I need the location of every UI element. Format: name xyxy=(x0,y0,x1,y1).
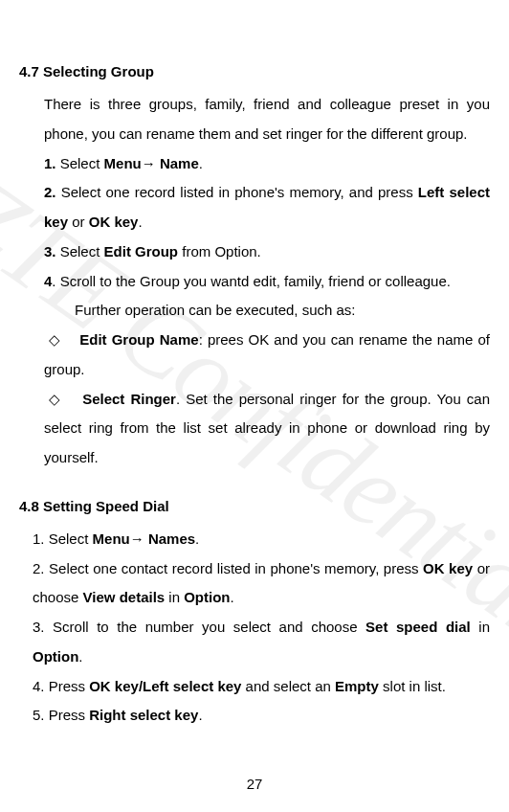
section-4-7-intro: There is three groups, family, friend an… xyxy=(44,90,490,149)
edit-group-name-label: Edit Group Name xyxy=(79,331,198,348)
step-number: 3. xyxy=(44,243,56,259)
text: . Scroll to the Group you wantd edit, fa… xyxy=(52,273,451,289)
text: in xyxy=(471,619,490,635)
sec47-bullet-1: ◇ Edit Group Name: prees OK and you can … xyxy=(44,326,490,385)
text: 2. Select one contact record listed in p… xyxy=(33,560,423,576)
sec47-step-4: 4. Scroll to the Group you wantd edit, f… xyxy=(44,267,490,297)
select-ringer-label: Select Ringer xyxy=(82,391,176,407)
text: from Option. xyxy=(178,243,261,259)
page-content: 4.7 Selecting Group There is three group… xyxy=(0,0,509,812)
text: . xyxy=(199,155,203,171)
section-4-8-heading: 4.8 Setting Speed Dial xyxy=(19,492,490,521)
sec48-step-3: 3. Scroll to the number you select and c… xyxy=(33,613,490,672)
sec47-step-1: 1. Select Menu→ Name. xyxy=(44,149,490,179)
sec47-step-4-cont: Further operation can be executed, such … xyxy=(75,296,490,326)
sec48-step-5: 5. Press Right select key. xyxy=(33,701,490,731)
text: . xyxy=(78,648,82,665)
menu-names-label: Menu→ Names xyxy=(93,530,196,547)
text: slot in list. xyxy=(379,678,446,694)
text: in xyxy=(165,589,184,605)
menu-name-label: Menu→ Name xyxy=(104,155,199,171)
page-number: 27 xyxy=(0,770,509,799)
right-select-key-label: Right select key xyxy=(89,707,198,723)
sec47-step-2: 2. Select one record listed in phone's m… xyxy=(44,178,490,237)
view-details-label: View details xyxy=(83,589,166,605)
diamond-icon: ◇ xyxy=(44,326,65,355)
section-4-7-heading: 4.7 Selecting Group xyxy=(19,57,490,86)
text: 1. Select xyxy=(33,530,93,547)
sec48-step-4: 4. Press OK key/Left select key and sele… xyxy=(33,672,490,702)
option-label: Option xyxy=(33,648,78,665)
sec47-bullet-2: ◇ Select Ringer. Set the personal ringer… xyxy=(44,385,490,473)
text: . xyxy=(138,214,142,230)
text: . xyxy=(198,707,202,723)
text: . xyxy=(231,589,234,605)
step-number: 1. xyxy=(44,155,56,171)
diamond-icon: ◇ xyxy=(44,385,65,415)
text: Select one record listed in phone's memo… xyxy=(56,184,418,200)
sec47-step-3: 3. Select Edit Group from Option. xyxy=(44,237,490,267)
ok-left-select-key-label: OK key/Left select key xyxy=(89,678,241,694)
text: Select xyxy=(56,155,104,171)
text: 3. Scroll to the number you select and c… xyxy=(33,619,365,635)
text: 4. Press xyxy=(33,678,89,694)
edit-group-label: Edit Group xyxy=(104,243,179,259)
text: or xyxy=(68,214,89,230)
sec48-step-1: 1. Select Menu→ Names. xyxy=(33,525,490,554)
sec48-step-2: 2. Select one contact record listed in p… xyxy=(33,554,490,614)
ok-key-label: OK key xyxy=(89,214,139,230)
option-label: Option xyxy=(184,589,230,605)
text: 5. Press xyxy=(33,707,89,723)
text: and select an xyxy=(241,678,335,694)
text: Select xyxy=(56,243,104,259)
set-speed-dial-label: Set speed dial xyxy=(365,619,471,635)
ok-key-label: OK key xyxy=(423,560,473,576)
step-number: 2. xyxy=(44,184,56,200)
empty-label: Empty xyxy=(335,678,379,694)
text: . xyxy=(195,530,199,547)
